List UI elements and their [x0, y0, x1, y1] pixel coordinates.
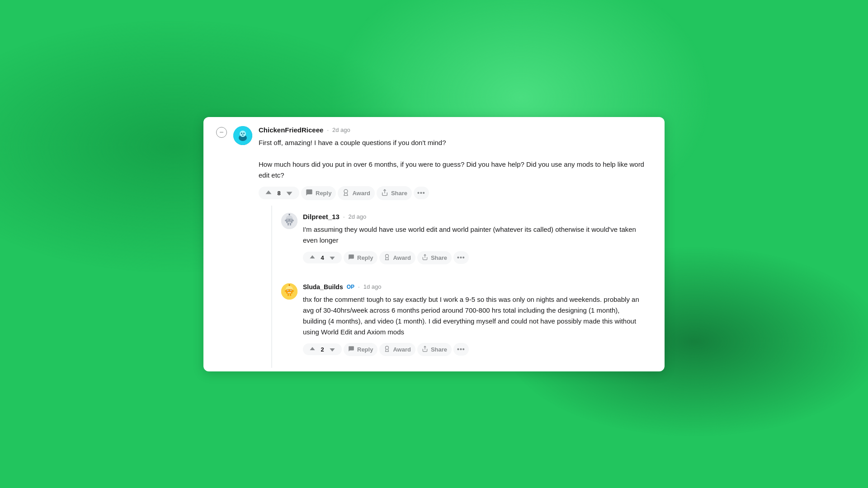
reply-icon-sluda	[348, 346, 354, 353]
vote-count-1: 8	[276, 190, 282, 197]
vote-group-sluda: 2	[303, 343, 342, 355]
action-bar-sluda: 2	[303, 343, 639, 362]
avatar-sluda	[281, 283, 297, 300]
comment-text-1: First off, amazing! I have a couple ques…	[259, 137, 652, 181]
username-sluda[interactable]: Sluda_Builds	[303, 283, 343, 291]
reply-dilpreet: Dilpreet_13 · 2d ago I'm assuming they w…	[272, 206, 652, 276]
downvote-button-sluda[interactable]	[327, 345, 337, 353]
collapse-button[interactable]: −	[216, 127, 227, 138]
svg-point-34	[285, 290, 287, 292]
reply-label-1: Reply	[316, 190, 331, 197]
award-icon-sluda	[384, 346, 390, 353]
username-dilpreet[interactable]: Dilpreet_13	[303, 213, 340, 221]
reply-button-1[interactable]: Reply	[301, 186, 336, 200]
more-button-1[interactable]: •••	[414, 187, 429, 199]
svg-rect-20	[288, 223, 289, 225]
reply-label-dilpreet: Reply	[357, 254, 373, 261]
share-label-dilpreet: Share	[431, 254, 447, 261]
timestamp-1: 2d ago	[332, 127, 350, 133]
award-button-sluda[interactable]: Award	[379, 343, 415, 356]
svg-point-4	[243, 132, 245, 134]
share-button-1[interactable]: Share	[377, 186, 412, 200]
award-button-dilpreet[interactable]: Award	[379, 251, 415, 264]
upvote-button-sluda[interactable]	[307, 345, 317, 353]
more-button-sluda[interactable]: •••	[453, 343, 469, 356]
award-button-1[interactable]: Award	[338, 186, 375, 200]
share-icon-dilpreet	[422, 254, 428, 262]
upvote-button-1[interactable]	[263, 188, 274, 197]
reply-icon-1	[306, 189, 313, 197]
award-label-1: Award	[352, 190, 370, 197]
more-icon-sluda: •••	[457, 346, 465, 353]
comment-header-1: ChickenFriedRiceee · 2d ago	[259, 126, 652, 134]
timestamp-sluda: 1d ago	[363, 283, 382, 290]
replies-container: Dilpreet_13 · 2d ago I'm assuming they w…	[271, 206, 652, 368]
username-chickenfridriceee[interactable]: ChickenFriedRiceee	[259, 126, 323, 134]
share-button-sluda[interactable]: Share	[417, 343, 452, 356]
comment-text-sluda: thx for the comment! tough to say exactl…	[303, 294, 639, 338]
reply-sluda: Sluda_Builds OP · 1d ago thx for the com…	[272, 276, 652, 368]
reply-icon-dilpreet	[348, 254, 354, 262]
more-button-dilpreet[interactable]: •••	[453, 251, 469, 264]
svg-point-38	[386, 346, 389, 349]
svg-point-14	[291, 219, 291, 220]
downvote-button-dilpreet[interactable]	[327, 253, 337, 262]
action-bar-dilpreet: 4	[303, 251, 639, 271]
award-label-dilpreet: Award	[393, 254, 411, 261]
svg-point-29	[288, 290, 288, 290]
upvote-button-dilpreet[interactable]	[307, 253, 317, 262]
timestamp-dilpreet: 2d ago	[349, 213, 367, 220]
reply-button-dilpreet[interactable]: Reply	[344, 251, 377, 264]
svg-rect-37	[290, 294, 291, 296]
comment-body-chickenfridriceee: ChickenFriedRiceee · 2d ago First off, a…	[259, 126, 652, 368]
svg-point-5	[242, 135, 244, 136]
svg-point-22	[386, 254, 389, 258]
svg-point-2	[240, 131, 246, 137]
svg-point-19	[292, 220, 294, 221]
vote-group-dilpreet: 4	[303, 252, 342, 263]
svg-point-33	[289, 284, 290, 286]
share-label-1: Share	[391, 190, 407, 197]
more-icon-dilpreet: •••	[457, 254, 465, 261]
svg-rect-21	[290, 223, 291, 225]
svg-point-18	[285, 220, 287, 221]
comment-header-dilpreet: Dilpreet_13 · 2d ago	[303, 213, 639, 221]
vote-count-dilpreet: 4	[319, 254, 326, 261]
svg-point-17	[289, 214, 290, 215]
svg-point-13	[288, 219, 288, 220]
more-icon-1: •••	[417, 189, 425, 197]
svg-point-6	[344, 189, 348, 193]
avatar-chickenfridriceee	[233, 126, 252, 145]
share-icon-1	[381, 189, 388, 197]
award-label-sluda: Award	[393, 346, 411, 353]
vote-count-sluda: 2	[319, 346, 326, 353]
action-bar-1: 8 Reply	[259, 186, 652, 200]
svg-point-35	[292, 290, 294, 292]
share-icon-sluda	[422, 346, 428, 353]
op-badge-sluda: OP	[347, 284, 354, 290]
reply-label-sluda: Reply	[357, 346, 373, 353]
comment-text-dilpreet: I'm assuming they would have use world e…	[303, 224, 639, 246]
downvote-button-1[interactable]	[284, 188, 295, 197]
collapse-icon: −	[219, 128, 223, 136]
reply-body-sluda: Sluda_Builds OP · 1d ago thx for the com…	[303, 283, 639, 368]
comment-header-sluda: Sluda_Builds OP · 1d ago	[303, 283, 639, 291]
comment-chickenfridriceee: − ChickenFriedRiceee · 2d ago First off,…	[203, 117, 665, 368]
share-label-sluda: Share	[431, 346, 447, 353]
svg-point-30	[291, 290, 291, 290]
reply-button-sluda[interactable]: Reply	[344, 343, 377, 356]
award-icon-1	[342, 189, 349, 197]
avatar-dilpreet	[281, 213, 297, 229]
award-icon-dilpreet	[384, 254, 390, 262]
vote-group-1: 8	[259, 187, 299, 199]
comments-card: − ChickenFriedRiceee · 2d ago First off,…	[203, 117, 665, 371]
reply-body-dilpreet: Dilpreet_13 · 2d ago I'm assuming they w…	[303, 213, 639, 276]
share-button-dilpreet[interactable]: Share	[417, 251, 452, 264]
svg-rect-15	[288, 222, 291, 223]
svg-rect-36	[288, 294, 289, 296]
svg-point-3	[241, 132, 242, 134]
svg-rect-31	[288, 292, 291, 293]
